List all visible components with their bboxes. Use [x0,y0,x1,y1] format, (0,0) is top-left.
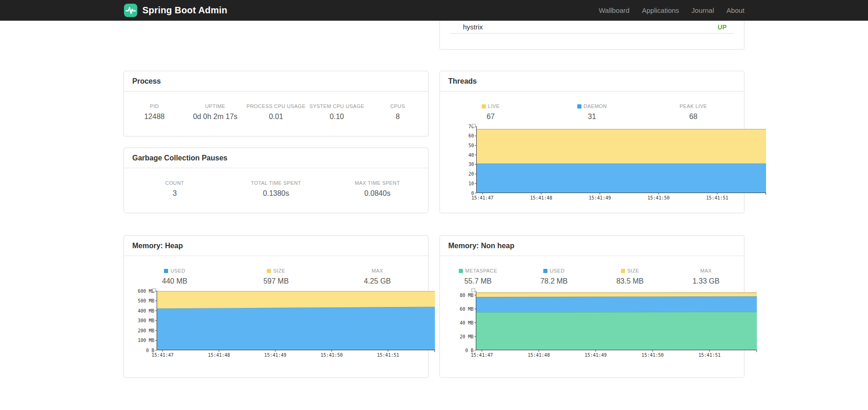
process-panel-title: Process [124,71,428,91]
metric-value: 0.0840s [327,189,428,198]
memory-nonheap-panel-title: Memory: Non heap [440,236,744,256]
svg-text:15:41:47: 15:41:47 [471,195,493,200]
right-column: hystrix UP Threads LIVE 67 [440,21,744,378]
metric-nonheap-max: MAX 1.33 GB [668,268,744,285]
metric-value: 440 MB [124,277,225,285]
top-navbar: Spring Boot Admin Wallboard Applications… [0,0,868,21]
metric-value: 3 [124,189,225,198]
metric-value: 0.01 [246,113,306,121]
metric-value: 78.2 MB [516,277,592,285]
metric-label: MAX [327,268,428,273]
svg-text:15:41:50: 15:41:50 [648,195,670,200]
metric-label: LIVE [440,103,541,109]
brand-title: Spring Boot Admin [142,5,227,16]
gc-panel-body: COUNT 3 TOTAL TIME SPENT 0.1380s MAX TIM… [124,168,428,198]
metric-label: CPUS [367,103,428,109]
metric-label: SIZE [592,268,668,273]
svg-text:15:41:50: 15:41:50 [642,353,664,358]
metric-heap-size: SIZE 597 MB [225,268,327,285]
nav-link-journal[interactable]: Journal [692,6,714,14]
svg-text:15:41:51: 15:41:51 [699,353,721,358]
memory-heap-chart: 0 B100 MB200 MB300 MB400 MB500 MB600 MB1… [124,288,428,359]
metric-heap-max: MAX 4.25 GB [327,268,428,285]
application-health-panel: hystrix UP [440,21,744,50]
metric-label: MAX TIME SPENT [327,180,428,186]
metric-threads-peak-live: PEAK LIVE 68 [643,103,744,121]
metric-value: 0.1380s [225,189,327,198]
svg-text:15:41:49: 15:41:49 [264,353,286,358]
threads-panel-body: LIVE 67 DAEMON 31 PEAK LIVE 68 [440,91,744,202]
brand[interactable]: Spring Boot Admin [124,3,227,17]
metric-value: 68 [643,113,744,121]
svg-text:500 MB: 500 MB [138,298,154,303]
metric-nonheap-metaspace: METASPACE 55.7 MB [440,268,516,285]
gc-panel-title: Garbage Collection Pauses [124,148,428,168]
svg-text:30: 30 [468,162,474,167]
health-row-hystrix[interactable]: hystrix UP [450,21,734,34]
svg-text:15:41:50: 15:41:50 [321,353,343,358]
legend-swatch-size [267,269,271,273]
left-column: Process PID 12488 UPTIME 0d 0h 2m 17s PR… [124,21,428,378]
svg-text:15:41:48: 15:41:48 [530,195,552,200]
process-panel: Process PID 12488 UPTIME 0d 0h 2m 17s PR… [124,71,428,137]
svg-text:300 MB: 300 MB [138,318,154,323]
threads-panel: Threads LIVE 67 DAEMON [440,71,744,213]
metric-label: PID [124,103,185,109]
svg-text:600 MB: 600 MB [138,289,154,294]
metric-gc-total-time: TOTAL TIME SPENT 0.1380s [225,180,327,198]
metric-value: 31 [541,113,643,121]
svg-text:60: 60 [468,133,474,138]
nav-link-about[interactable]: About [727,6,744,14]
metric-cpus: CPUS 8 [367,103,428,121]
nav-links: Wallboard Applications Journal About [599,6,744,14]
metric-label: PROCESS CPU USAGE [246,103,306,109]
nav-link-wallboard[interactable]: Wallboard [599,6,630,14]
svg-text:0: 0 [471,191,474,196]
svg-text:10: 10 [468,181,474,186]
metric-uptime: UPTIME 0d 0h 2m 17s [185,103,245,121]
svg-text:20: 20 [468,171,474,177]
spring-boot-admin-logo-icon [124,3,138,17]
svg-text:400 MB: 400 MB [138,308,154,313]
svg-text:40: 40 [468,153,474,158]
legend-swatch-size [621,269,625,273]
memory-nonheap-panel: Memory: Non heap METASPACE 55.7 MB USED [440,235,744,378]
metric-label: SYSTEM CPU USAGE [306,103,367,109]
metric-nonheap-used: USED 78.2 MB [516,268,592,285]
svg-text:15:41:49: 15:41:49 [585,353,607,358]
metric-gc-max-time: MAX TIME SPENT 0.0840s [327,180,428,198]
legend-swatch-metaspace [459,269,463,273]
metric-process-cpu-usage: PROCESS CPU USAGE 0.01 [246,103,306,121]
metric-value: 0.10 [306,113,367,121]
status-badge: UP [718,23,727,31]
svg-text:15:41:49: 15:41:49 [589,195,611,200]
metric-value: 0d 0h 2m 17s [185,113,245,121]
nav-link-applications[interactable]: Applications [642,6,679,14]
memory-heap-panel-body: USED 440 MB SIZE 597 MB MAX 4.25 GB [124,256,428,359]
metric-label: SIZE [225,268,327,273]
svg-text:15:41:47: 15:41:47 [152,353,174,358]
metric-value: 83.5 MB [592,277,668,285]
metric-pid: PID 12488 [124,103,185,121]
metric-label: USED [124,268,225,273]
svg-text:40 MB: 40 MB [460,320,473,325]
svg-text:15:41:51: 15:41:51 [377,353,399,358]
svg-text:15:41:47: 15:41:47 [471,353,493,358]
health-indicator-name: hystrix [463,23,483,31]
metric-label: USED [516,268,592,273]
metric-value: 8 [367,113,428,121]
legend-swatch-live [482,104,486,108]
metric-value: 55.7 MB [440,277,516,285]
metric-label: UPTIME [185,103,245,109]
gc-pauses-panel: Garbage Collection Pauses COUNT 3 TOTAL … [124,148,428,213]
legend-swatch-used [543,269,547,273]
svg-text:0 B: 0 B [465,348,473,353]
memory-nonheap-chart: 0 B20 MB40 MB60 MB80 MB15:41:4715:41:481… [440,288,744,359]
legend-swatch-used [164,269,168,273]
svg-text:200 MB: 200 MB [138,328,154,333]
metric-label: MAX [668,268,744,273]
metric-system-cpu-usage: SYSTEM CPU USAGE 0.10 [306,103,367,121]
svg-text:15:41:48: 15:41:48 [208,353,230,358]
metric-label: PEAK LIVE [643,103,744,109]
metric-value: 1.33 GB [668,277,744,285]
